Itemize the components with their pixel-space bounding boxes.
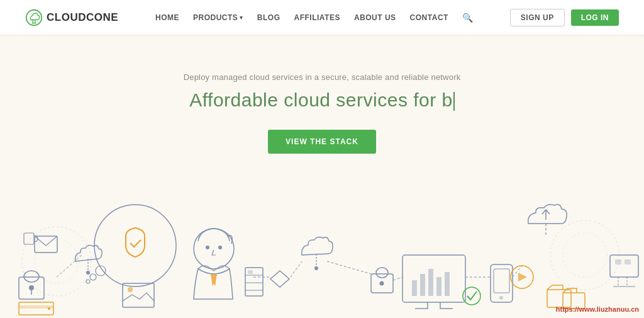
nav-home[interactable]: HOME: [155, 13, 179, 22]
svg-point-23: [218, 246, 222, 249]
login-button[interactable]: LOG IN: [571, 9, 619, 26]
svg-rect-6: [24, 271, 39, 282]
nav-blog[interactable]: BLOG: [257, 13, 280, 22]
svg-rect-39: [445, 272, 450, 296]
svg-rect-53: [547, 290, 571, 307]
svg-point-33: [380, 281, 384, 286]
main-nav: HOME PRODUCTS ▾ BLOG AFFILIATES ABOUT US…: [155, 13, 473, 23]
search-icon[interactable]: 🔍: [462, 13, 473, 23]
svg-rect-47: [625, 259, 631, 264]
hero-title: Affordable cloud services for b: [189, 89, 455, 111]
svg-rect-37: [428, 269, 433, 296]
logo-text: CLOUDCONE: [47, 11, 118, 24]
svg-point-30: [314, 266, 318, 270]
hero-illustration: [0, 173, 644, 318]
nav-products[interactable]: PRODUCTS ▾: [193, 13, 243, 22]
svg-line-56: [291, 261, 302, 277]
nav-about[interactable]: ABOUT US: [354, 13, 396, 22]
logo[interactable]: CLOUDCONE: [25, 9, 118, 26]
logo-icon: [25, 9, 43, 26]
svg-point-21: [194, 229, 234, 269]
chevron-down-icon: ▾: [240, 14, 243, 21]
svg-point-14: [86, 271, 90, 275]
nav-contact[interactable]: CONTACT: [410, 13, 448, 22]
text-cursor: [453, 92, 455, 111]
svg-rect-36: [420, 274, 425, 296]
svg-rect-16: [24, 233, 34, 244]
svg-point-4: [563, 233, 607, 277]
svg-point-3: [550, 220, 619, 290]
watermark: https://www.liuzhanuu.cn: [556, 305, 639, 313]
svg-rect-45: [610, 255, 638, 277]
hero-subtitle: Deploy managed cloud services in a secur…: [184, 72, 461, 82]
illustration-svg: [0, 173, 644, 318]
signup-button[interactable]: SIGN UP: [510, 9, 565, 26]
nav-affiliates[interactable]: AFFILIATES: [294, 13, 340, 22]
svg-rect-38: [436, 277, 441, 296]
svg-rect-35: [412, 280, 417, 296]
svg-rect-43: [494, 269, 509, 293]
site-header: CLOUDCONE HOME PRODUCTS ▾ BLOG AFFILIATE…: [0, 0, 644, 35]
svg-point-62: [128, 287, 133, 292]
svg-line-57: [327, 261, 371, 274]
svg-point-20: [86, 280, 90, 283]
header-buttons: SIGN UP LOG IN: [510, 9, 619, 26]
svg-point-22: [206, 246, 209, 249]
view-stack-button[interactable]: VIEW THE STACK: [268, 130, 376, 154]
svg-point-44: [499, 296, 503, 300]
svg-point-19: [90, 274, 96, 280]
svg-rect-46: [615, 259, 621, 264]
svg-rect-28: [248, 270, 253, 274]
svg-point-7: [29, 285, 34, 290]
svg-rect-32: [376, 268, 388, 278]
svg-point-11: [48, 307, 50, 310]
hero-section: Deploy managed cloud services in a secur…: [0, 35, 644, 318]
svg-line-58: [393, 277, 402, 280]
